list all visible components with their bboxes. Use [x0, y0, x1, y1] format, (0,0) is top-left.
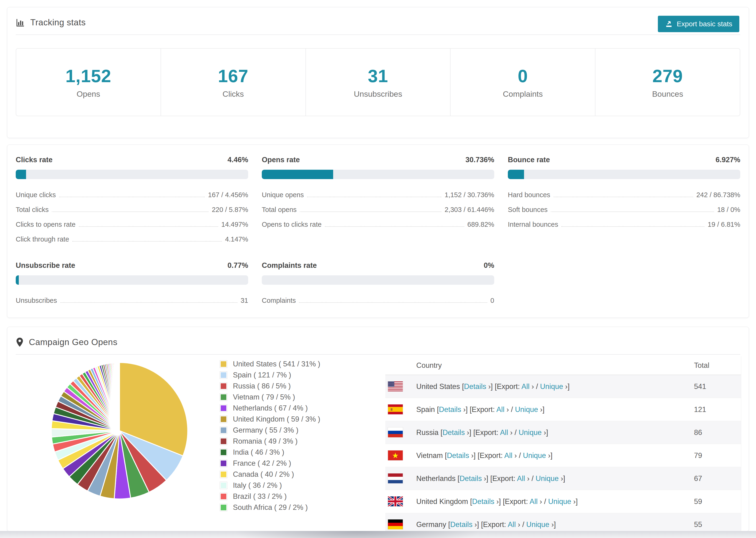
- rate-stat-row: Opens to clicks rate689.82%: [262, 217, 494, 232]
- country-name: Russia [: [416, 428, 443, 437]
- flag-cell: [385, 427, 416, 438]
- dotted-leader: [59, 197, 205, 197]
- rate-stat-value: 1,152 / 30.736%: [445, 191, 494, 199]
- details-link[interactable]: Details: [472, 497, 495, 506]
- export-all-link[interactable]: All: [496, 405, 504, 413]
- export-unique-link[interactable]: Unique: [523, 452, 546, 459]
- stat-cell: 31Unsubscribes: [305, 49, 450, 116]
- country-cell: Russia [Details ›] [Export: All › / Uniq…: [385, 427, 694, 438]
- export-all-link[interactable]: All: [517, 474, 525, 483]
- legend-item: Brazil ( 33 / 2% ): [220, 492, 320, 501]
- rate-stat-label: Total opens: [262, 206, 297, 214]
- rate-rows: Complaints0: [262, 293, 494, 308]
- details-link[interactable]: Details: [447, 452, 469, 459]
- legend-label: Germany ( 55 / 3% ): [233, 426, 298, 435]
- progress-bar-fill: [16, 170, 26, 179]
- legend-label: South Africa ( 29 / 2% ): [233, 503, 308, 512]
- flag-cell: [385, 519, 416, 530]
- chevron-icon: ›] [Export:: [461, 405, 496, 413]
- rate-head: Complaints rate0%: [262, 261, 494, 270]
- dotted-leader: [299, 302, 487, 303]
- country-name: Vietnam [: [416, 452, 447, 459]
- rate-stat-row: Soft bounces18 / 0%: [508, 202, 740, 217]
- details-link[interactable]: Details: [450, 520, 473, 529]
- details-link[interactable]: Details: [464, 382, 486, 391]
- table-row: United States [Details ›] [Export: All ›…: [385, 375, 741, 398]
- legend-label: Vietnam ( 79 / 5% ): [233, 393, 295, 402]
- legend-item: Italy ( 36 / 2% ): [220, 481, 320, 490]
- export-unique-link[interactable]: Unique: [515, 405, 538, 413]
- rate-stat-row: Total clicks220 / 5.87%: [16, 202, 248, 217]
- export-all-link[interactable]: All: [521, 382, 529, 391]
- flag-cell: [385, 404, 416, 415]
- tracking-stats-card: Tracking stats Export basic stats 1,152O…: [7, 7, 749, 138]
- export-all-link[interactable]: All: [500, 428, 508, 437]
- legend-item: France ( 42 / 2% ): [220, 459, 320, 467]
- country-links: Russia [Details ›] [Export: All › / Uniq…: [416, 428, 548, 437]
- export-basic-stats-button[interactable]: Export basic stats: [658, 16, 739, 32]
- stat-label: Clicks: [223, 89, 244, 99]
- country-name: United Kingdom [: [416, 497, 472, 506]
- tracking-stats-header: Tracking stats Export basic stats: [16, 7, 740, 35]
- details-link[interactable]: Details: [443, 428, 465, 437]
- rate-stat-row: Internal bounces19 / 6.81%: [508, 217, 740, 232]
- gb-flag-icon: [388, 496, 404, 507]
- export-icon: [665, 20, 673, 28]
- legend-item: Canada ( 40 / 2% ): [220, 470, 320, 479]
- rate-stat-value: 31: [241, 297, 248, 304]
- table-row: Vietnam [Details ›] [Export: All › / Uni…: [385, 444, 741, 467]
- chevron-icon: ›] [Export:: [486, 382, 521, 391]
- details-link[interactable]: Details: [459, 474, 482, 483]
- export-all-link[interactable]: All: [529, 497, 537, 506]
- geo-body: United States ( 541 / 31% )Spain ( 121 /…: [7, 355, 749, 520]
- progress-bar-track: [508, 170, 740, 179]
- rate-rows: Unique clicks167 / 4.456%Total clicks220…: [16, 188, 248, 247]
- export-unique-link[interactable]: Unique: [540, 382, 563, 391]
- es-flag-icon: [388, 404, 404, 415]
- rate-stat-label: Clicks to opens rate: [16, 221, 76, 228]
- table-row: Spain [Details ›] [Export: All › / Uniqu…: [385, 398, 741, 421]
- rate-stat-value: 167 / 4.456%: [208, 191, 248, 199]
- legend-label: France ( 42 / 2% ): [233, 459, 291, 467]
- legend-label: Canada ( 40 / 2% ): [233, 470, 294, 479]
- rate-block-clicks: Clicks rate4.46%Unique clicks167 / 4.456…: [16, 156, 248, 247]
- bar-chart-icon: [16, 18, 25, 27]
- country-links: Spain [Details ›] [Export: All › / Uniqu…: [416, 405, 544, 414]
- rate-stat-value: 4.147%: [225, 236, 248, 243]
- legend-item: Romania ( 49 / 3% ): [220, 437, 320, 446]
- legend-color-swatch: [220, 404, 227, 412]
- us-flag-icon: [388, 381, 404, 392]
- stat-cell: 0Complaints: [450, 49, 595, 116]
- export-all-link[interactable]: All: [504, 452, 512, 459]
- stat-label: Complaints: [503, 89, 543, 99]
- legend-color-swatch: [220, 394, 227, 401]
- export-unique-link[interactable]: Unique: [536, 474, 559, 483]
- legend-label: India ( 46 / 3% ): [233, 448, 284, 457]
- flag-cell: [385, 496, 416, 507]
- rates-grid: Clicks rate4.46%Unique clicks167 / 4.456…: [7, 145, 749, 308]
- stat-cell: 279Bounces: [595, 49, 740, 116]
- export-all-link[interactable]: All: [508, 520, 515, 529]
- export-unique-link[interactable]: Unique: [526, 520, 549, 529]
- chevron-icon: › /: [538, 497, 548, 506]
- rate-stat-value: 0: [490, 297, 494, 304]
- progress-bar-fill: [16, 275, 19, 285]
- export-unique-link[interactable]: Unique: [548, 497, 571, 506]
- total-cell: 59: [694, 497, 741, 506]
- details-link[interactable]: Details: [439, 405, 461, 413]
- country-cell: Germany [Details ›] [Export: All › / Uni…: [385, 519, 694, 530]
- country-links: Netherlands [Details ›] [Export: All › /…: [416, 474, 565, 483]
- export-unique-link[interactable]: Unique: [519, 428, 542, 437]
- legend-color-swatch: [220, 449, 227, 456]
- country-cell: Vietnam [Details ›] [Export: All › / Uni…: [385, 450, 694, 461]
- progress-bar-track: [262, 275, 494, 285]
- campaign-geo-opens-card: Campaign Geo Opens United States ( 541 /…: [7, 327, 749, 531]
- flag-cell: [385, 450, 416, 461]
- legend-label: Russia ( 86 / 5% ): [233, 382, 291, 390]
- stat-value: 279: [652, 66, 683, 86]
- rate-stat-value: 18 / 0%: [717, 206, 740, 214]
- chevron-icon: › /: [508, 428, 519, 437]
- legend-label: Netherlands ( 67 / 4% ): [233, 404, 308, 412]
- chevron-icon: ›]: [546, 452, 553, 459]
- country-cell: Netherlands [Details ›] [Export: All › /…: [385, 473, 694, 484]
